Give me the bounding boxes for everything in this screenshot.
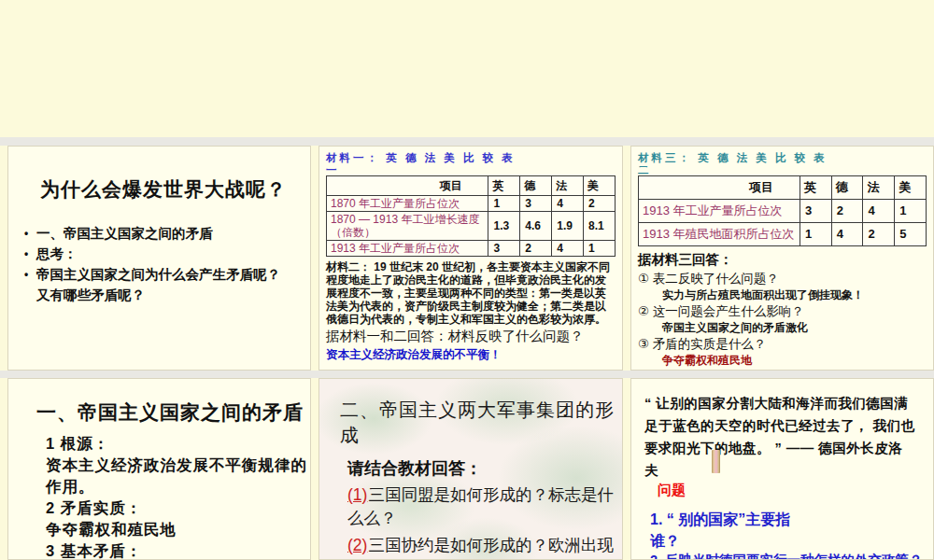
comparison-table-1870-1913: 项目英德法美1870 年工业产量所占位次13421870 — 1913 年工业增… xyxy=(326,175,616,257)
table-row: 1913 年工业产量所占位次3241 xyxy=(327,241,616,257)
cell-value: 1 xyxy=(800,223,831,246)
quote-line: 夫 xyxy=(644,459,924,482)
answer-1: 实力与所占殖民地面积出现了倒挂现象！ xyxy=(662,288,927,301)
material-3-heading: 材料三： 英 德 法 美 比 较 表 xyxy=(638,151,927,165)
table-row: 1913 年殖民地面积所占位次1425 xyxy=(639,223,927,246)
table-header-row: 项目英德法美 xyxy=(639,176,927,200)
cell-value: 1 xyxy=(584,241,616,257)
table-header: 项目 xyxy=(327,176,488,196)
qa-prompt: 据材料三回答： xyxy=(638,251,927,269)
material-question: 据材料一和二回答：材料反映了什么问题？ xyxy=(326,328,616,345)
row-divider-top xyxy=(0,137,934,146)
row-label: 1870 年工业产量所占位次 xyxy=(327,196,488,212)
cell-value: 2 xyxy=(831,200,863,223)
outline-line: 争夺霸权和殖民地 xyxy=(46,519,310,540)
cell-value: 4 xyxy=(863,200,895,223)
cell-value: 4 xyxy=(552,241,584,257)
material-1-heading: 材料一： 英 德 法 美 比 较 表 xyxy=(326,151,616,165)
slide-title: 二、帝国主义两大军事集团的形成 xyxy=(340,398,622,448)
table-header: 德 xyxy=(520,176,552,196)
quote-line: 要求阳光下的地盘。 ” —— 德国外长皮洛 xyxy=(644,437,924,459)
bullet-item: 一、帝国主义国家之间的矛盾 xyxy=(21,225,310,242)
cell-value: 2 xyxy=(584,196,616,212)
table-header-row: 项目英德法美 xyxy=(327,176,616,196)
slide-title: 为什么会爆发世界大战呢？ xyxy=(40,176,310,203)
cell-value: 4 xyxy=(831,223,863,246)
table-row: 1870 — 1913 年工业增长速度（倍数）1.34.61.98.1 xyxy=(327,212,616,241)
question-4: ④ 形成了哪三对基本矛盾？ xyxy=(638,370,927,371)
cell-value: 1.9 xyxy=(552,212,584,241)
bullet-list: 一、帝国主义国家之间的矛盾 思考： 帝国主义国家之间为什么会产生矛盾呢？ 又有哪… xyxy=(21,225,310,303)
row-label: 1913 年殖民地面积所占位次 xyxy=(639,223,800,246)
cell-value: 8.1 xyxy=(584,212,616,241)
row-label: 1870 — 1913 年工业增长速度（倍数） xyxy=(327,212,488,241)
question-line: 1. “ 别的国家”主要指 xyxy=(650,511,924,530)
slide-material-1-2[interactable]: 材料一： 英 德 法 美 比 较 表 一 项目英德法美1870 年工业产量所占位… xyxy=(318,146,623,371)
cell-value: 2 xyxy=(520,241,552,257)
row-label: 1913 年工业产量所占位次 xyxy=(327,241,488,257)
3d-bar-icon xyxy=(712,450,720,473)
row-label: 1913 年工业产量所占位次 xyxy=(639,200,800,223)
material-2-paragraph: 材料二： 19 世纪末 20 世纪初，各主要资本主义国家不同程度地走上了政治民主… xyxy=(326,260,616,326)
question-item-2: (2)三国协约是如何形成的？欧洲出现两大军事集团对峙的局面是在何时？ xyxy=(347,534,622,560)
quote-line: “ 让别的国家分割大陆和海洋而我们德国满 xyxy=(644,392,924,414)
material-1-heading-wrap: 一 xyxy=(326,165,616,175)
table-row: 1913 年工业产量所占位次3241 xyxy=(639,200,927,223)
question-number: (2) xyxy=(347,536,367,554)
slide-contradictions-outline[interactable]: 一、帝国主义国家之间的矛盾 1 根源： 资本主义经济政治发展不平衡规律的作用。 … xyxy=(7,378,311,560)
cell-value: 2 xyxy=(863,223,895,246)
cell-value: 3 xyxy=(800,200,831,223)
row-divider-middle xyxy=(0,371,934,378)
material-answer: 资本主义经济政治发展的不平衡！ xyxy=(326,347,616,363)
cell-value: 5 xyxy=(895,223,927,246)
outline-line: 3 基本矛盾： xyxy=(46,540,310,560)
table-header: 法 xyxy=(863,176,895,200)
question-line: 2. 反映当时德国要实行一种怎样的外交政策？ xyxy=(650,552,924,560)
questions-label: 问题 xyxy=(658,482,924,499)
question-number: (1) xyxy=(347,485,367,504)
slide-material-3[interactable]: 材料三： 英 德 法 美 比 较 表 二 项目英德法美1913 年工业产量所占位… xyxy=(630,146,934,371)
question-3: ③ 矛盾的实质是什么？ xyxy=(638,337,927,352)
slide-military-blocs[interactable]: 二、帝国主义两大军事集团的形成 请结合教材回答： (1)三国同盟是如何形成的？标… xyxy=(318,378,623,560)
comparison-table-1913: 项目英德法美1913 年工业产量所占位次32411913 年殖民地面积所占位次1… xyxy=(638,175,927,246)
table-header: 美 xyxy=(895,176,927,200)
material-3-heading-wrap: 二 xyxy=(638,165,927,175)
cell-value: 4.6 xyxy=(520,212,552,241)
table-row: 1870 年工业产量所占位次1342 xyxy=(327,196,616,212)
slide-why-war[interactable]: 为什么会爆发世界大战呢？ 一、帝国主义国家之间的矛盾 思考： 帝国主义国家之间为… xyxy=(7,146,311,371)
intro-text: 请结合教材回答： xyxy=(347,457,622,480)
bullet-item: 思考： xyxy=(21,245,310,262)
question-2: ② 这一问题会产生什么影响？ xyxy=(638,304,927,319)
table-header: 英 xyxy=(800,176,831,200)
cell-value: 1 xyxy=(488,196,520,212)
question-item-1: (1)三国同盟是如何形成的？标志是什么么？ xyxy=(347,483,622,530)
outline-line: 2 矛盾实质： xyxy=(46,497,310,519)
outline-list: 1 根源： 资本主义经济政治发展不平衡规律的作用。 2 矛盾实质： 争夺霸权和殖… xyxy=(46,433,310,560)
table-header: 项目 xyxy=(639,176,800,200)
quote-line: 足于蓝色的天空的时代已经过去了， 我们也 xyxy=(644,414,924,437)
slide-germany-quote[interactable]: “ 让别的国家分割大陆和海洋而我们德国满 足于蓝色的天空的时代已经过去了， 我们… xyxy=(630,378,934,560)
bullet-item-continuation: 又有哪些矛盾呢？ xyxy=(21,287,310,303)
cell-value: 1.3 xyxy=(488,212,520,241)
table-header: 英 xyxy=(488,176,520,196)
cell-value: 3 xyxy=(520,196,552,212)
slide-title: 一、帝国主义国家之间的矛盾 xyxy=(36,399,310,426)
question-1: ① 表二反映了什么问题？ xyxy=(638,272,927,287)
answer-2: 帝国主义国家之间的矛盾激化 xyxy=(662,321,927,334)
answer-3: 争夺霸权和殖民地 xyxy=(662,354,927,367)
question-line: 谁？ xyxy=(650,532,924,552)
outline-line: 资本主义经济政治发展不平衡规律的作用。 xyxy=(46,455,310,497)
table-header: 法 xyxy=(552,176,584,196)
outline-line: 1 根源： xyxy=(46,433,310,455)
cell-value: 3 xyxy=(488,241,520,257)
cell-value: 1 xyxy=(895,200,927,223)
table-header: 德 xyxy=(831,176,863,200)
table-header: 美 xyxy=(584,176,616,196)
question-text: 三国协约是如何形成的？欧洲出现两大军事集团对峙的局面是在何时？ xyxy=(347,536,614,560)
cell-value: 4 xyxy=(552,196,584,212)
bullet-item: 帝国主义国家之间为什么会产生矛盾呢？ xyxy=(21,266,310,283)
slide-composite-view: { "colors": { "page_bg": "#FCFADB", "pan… xyxy=(0,0,934,560)
question-text: 三国同盟是如何形成的？标志是什么么？ xyxy=(347,485,614,527)
